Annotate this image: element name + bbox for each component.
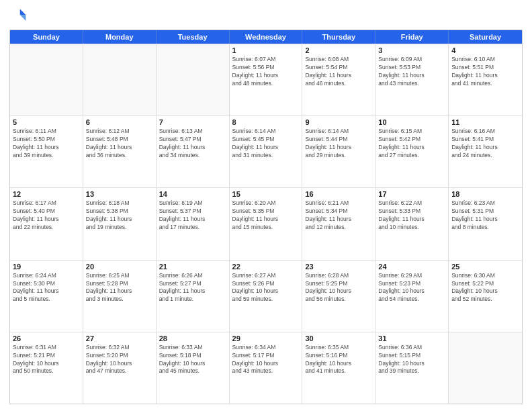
day-number: 17 [378, 190, 445, 198]
day-info: Sunrise: 6:08 AM Sunset: 5:54 PM Dayligh… [305, 56, 372, 88]
day-info: Sunrise: 6:12 AM Sunset: 5:48 PM Dayligh… [86, 128, 153, 160]
day-info: Sunrise: 6:29 AM Sunset: 5:23 PM Dayligh… [378, 272, 445, 304]
day-cell-20: 20Sunrise: 6:25 AM Sunset: 5:28 PM Dayli… [83, 261, 157, 332]
day-number: 4 [451, 46, 519, 54]
day-info: Sunrise: 6:16 AM Sunset: 5:41 PM Dayligh… [451, 128, 519, 160]
calendar-row-3: 19Sunrise: 6:24 AM Sunset: 5:30 PM Dayli… [10, 260, 522, 332]
day-info: Sunrise: 6:36 AM Sunset: 5:15 PM Dayligh… [378, 344, 445, 376]
day-cell-2: 2Sunrise: 6:08 AM Sunset: 5:54 PM Daylig… [302, 44, 375, 116]
day-number: 7 [159, 118, 226, 126]
day-number: 24 [378, 263, 445, 271]
day-cell-27: 27Sunrise: 6:32 AM Sunset: 5:20 PM Dayli… [83, 332, 157, 404]
logo-icon [9, 7, 28, 26]
day-cell-3: 3Sunrise: 6:09 AM Sunset: 5:53 PM Daylig… [375, 44, 449, 116]
day-cell-31: 31Sunrise: 6:36 AM Sunset: 5:15 PM Dayli… [375, 332, 449, 404]
day-number: 2 [305, 46, 372, 54]
day-cell-29: 29Sunrise: 6:34 AM Sunset: 5:17 PM Dayli… [230, 332, 303, 404]
day-number: 16 [305, 190, 372, 198]
day-number: 13 [86, 190, 153, 198]
weekday-header-thursday: Thursday [302, 30, 375, 44]
day-number: 21 [159, 263, 226, 271]
day-cell-23: 23Sunrise: 6:28 AM Sunset: 5:25 PM Dayli… [302, 261, 375, 332]
day-cell-12: 12Sunrise: 6:17 AM Sunset: 5:40 PM Dayli… [10, 188, 83, 259]
weekday-header-sunday: Sunday [10, 30, 83, 44]
day-number: 31 [378, 334, 445, 342]
day-info: Sunrise: 6:07 AM Sunset: 5:56 PM Dayligh… [232, 56, 300, 88]
day-number: 18 [451, 190, 519, 198]
day-cell-30: 30Sunrise: 6:35 AM Sunset: 5:16 PM Dayli… [302, 332, 375, 404]
day-info: Sunrise: 6:35 AM Sunset: 5:16 PM Dayligh… [305, 344, 372, 376]
day-number: 20 [86, 263, 153, 271]
day-cell-24: 24Sunrise: 6:29 AM Sunset: 5:23 PM Dayli… [375, 261, 449, 332]
day-cell-16: 16Sunrise: 6:21 AM Sunset: 5:34 PM Dayli… [302, 188, 375, 259]
day-info: Sunrise: 6:32 AM Sunset: 5:20 PM Dayligh… [86, 344, 153, 376]
day-info: Sunrise: 6:19 AM Sunset: 5:37 PM Dayligh… [159, 199, 226, 232]
day-info: Sunrise: 6:22 AM Sunset: 5:33 PM Dayligh… [378, 199, 445, 232]
weekday-header-friday: Friday [375, 30, 449, 44]
day-info: Sunrise: 6:24 AM Sunset: 5:30 PM Dayligh… [13, 272, 80, 304]
day-cell-1: 1Sunrise: 6:07 AM Sunset: 5:56 PM Daylig… [230, 44, 303, 116]
day-cell-13: 13Sunrise: 6:18 AM Sunset: 5:38 PM Dayli… [83, 188, 157, 259]
calendar-row-0: 1Sunrise: 6:07 AM Sunset: 5:56 PM Daylig… [10, 44, 522, 116]
day-number: 15 [232, 190, 300, 198]
day-info: Sunrise: 6:11 AM Sunset: 5:50 PM Dayligh… [13, 128, 80, 160]
calendar-row-4: 26Sunrise: 6:31 AM Sunset: 5:21 PM Dayli… [10, 332, 522, 404]
day-number: 9 [305, 118, 372, 126]
day-cell-empty-0-0 [10, 44, 83, 116]
day-info: Sunrise: 6:33 AM Sunset: 5:18 PM Dayligh… [159, 344, 226, 376]
day-info: Sunrise: 6:10 AM Sunset: 5:51 PM Dayligh… [451, 56, 519, 88]
day-cell-7: 7Sunrise: 6:13 AM Sunset: 5:47 PM Daylig… [157, 116, 230, 187]
svg-marker-1 [20, 15, 26, 21]
header [9, 7, 523, 26]
day-info: Sunrise: 6:31 AM Sunset: 5:21 PM Dayligh… [13, 344, 80, 376]
day-info: Sunrise: 6:27 AM Sunset: 5:26 PM Dayligh… [232, 272, 300, 304]
day-cell-empty-0-1 [83, 44, 157, 116]
day-info: Sunrise: 6:34 AM Sunset: 5:17 PM Dayligh… [232, 344, 300, 376]
day-number: 28 [159, 334, 226, 342]
day-cell-19: 19Sunrise: 6:24 AM Sunset: 5:30 PM Dayli… [10, 261, 83, 332]
calendar-row-2: 12Sunrise: 6:17 AM Sunset: 5:40 PM Dayli… [10, 187, 522, 259]
weekday-header-saturday: Saturday [449, 30, 522, 44]
day-number: 19 [13, 263, 80, 271]
day-info: Sunrise: 6:20 AM Sunset: 5:35 PM Dayligh… [232, 199, 300, 232]
day-info: Sunrise: 6:15 AM Sunset: 5:42 PM Dayligh… [378, 128, 445, 160]
svg-marker-0 [20, 9, 26, 15]
day-info: Sunrise: 6:14 AM Sunset: 5:44 PM Dayligh… [305, 128, 372, 160]
page: SundayMondayTuesdayWednesdayThursdayFrid… [0, 0, 532, 411]
day-cell-15: 15Sunrise: 6:20 AM Sunset: 5:35 PM Dayli… [230, 188, 303, 259]
day-info: Sunrise: 6:09 AM Sunset: 5:53 PM Dayligh… [378, 56, 445, 88]
day-number: 10 [378, 118, 445, 126]
day-info: Sunrise: 6:18 AM Sunset: 5:38 PM Dayligh… [86, 199, 153, 232]
day-number: 14 [159, 190, 226, 198]
day-cell-11: 11Sunrise: 6:16 AM Sunset: 5:41 PM Dayli… [449, 116, 522, 187]
day-number: 3 [378, 46, 445, 54]
day-cell-28: 28Sunrise: 6:33 AM Sunset: 5:18 PM Dayli… [157, 332, 230, 404]
day-info: Sunrise: 6:23 AM Sunset: 5:31 PM Dayligh… [451, 199, 519, 232]
day-cell-8: 8Sunrise: 6:14 AM Sunset: 5:45 PM Daylig… [230, 116, 303, 187]
day-cell-26: 26Sunrise: 6:31 AM Sunset: 5:21 PM Dayli… [10, 332, 83, 404]
day-info: Sunrise: 6:28 AM Sunset: 5:25 PM Dayligh… [305, 272, 372, 304]
weekday-header-monday: Monday [83, 30, 157, 44]
day-number: 5 [13, 118, 80, 126]
day-info: Sunrise: 6:21 AM Sunset: 5:34 PM Dayligh… [305, 199, 372, 232]
day-cell-17: 17Sunrise: 6:22 AM Sunset: 5:33 PM Dayli… [375, 188, 449, 259]
day-cell-5: 5Sunrise: 6:11 AM Sunset: 5:50 PM Daylig… [10, 116, 83, 187]
day-cell-empty-0-2 [157, 44, 230, 116]
day-cell-9: 9Sunrise: 6:14 AM Sunset: 5:44 PM Daylig… [302, 116, 375, 187]
logo [9, 7, 31, 26]
day-number: 27 [86, 334, 153, 342]
calendar-row-1: 5Sunrise: 6:11 AM Sunset: 5:50 PM Daylig… [10, 116, 522, 187]
day-number: 26 [13, 334, 80, 342]
day-cell-4: 4Sunrise: 6:10 AM Sunset: 5:51 PM Daylig… [449, 44, 522, 116]
day-cell-25: 25Sunrise: 6:30 AM Sunset: 5:22 PM Dayli… [449, 261, 522, 332]
calendar-body: 1Sunrise: 6:07 AM Sunset: 5:56 PM Daylig… [10, 44, 522, 404]
day-number: 1 [232, 46, 300, 54]
day-number: 25 [451, 263, 519, 271]
day-cell-empty-4-6 [449, 332, 522, 404]
day-cell-6: 6Sunrise: 6:12 AM Sunset: 5:48 PM Daylig… [83, 116, 157, 187]
day-cell-18: 18Sunrise: 6:23 AM Sunset: 5:31 PM Dayli… [449, 188, 522, 259]
day-info: Sunrise: 6:25 AM Sunset: 5:28 PM Dayligh… [86, 272, 153, 304]
day-info: Sunrise: 6:26 AM Sunset: 5:27 PM Dayligh… [159, 272, 226, 304]
weekday-header-wednesday: Wednesday [230, 30, 303, 44]
weekday-header-tuesday: Tuesday [157, 30, 230, 44]
